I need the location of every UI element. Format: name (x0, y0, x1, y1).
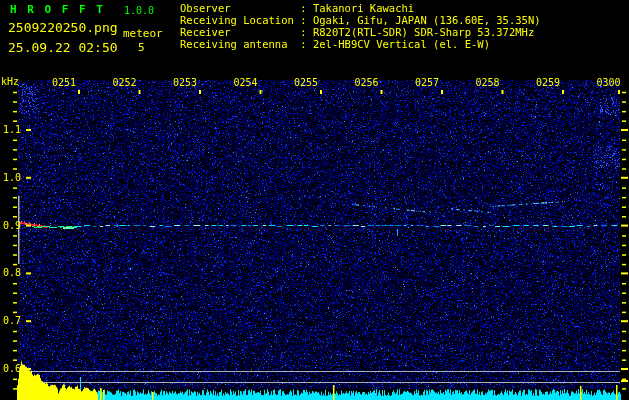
station-row: Receiver : R820T2(RTL-SDR) SDR-Sharp 53.… (180, 26, 541, 38)
time-tick-label: 0251 (52, 77, 76, 88)
freq-tick-label: 0.7 (3, 315, 21, 326)
station-row: Observer : Takanori Kawachi (180, 2, 541, 14)
mode-label: meteor (123, 27, 163, 40)
station-info-block: Observer : Takanori KawachiReceiving Loc… (180, 2, 541, 50)
station-row-value: Ogaki, Gifu, JAPAN (136.60E, 35.35N) (313, 14, 541, 26)
time-tick-label: 0257 (415, 77, 439, 88)
time-tick-label: 0254 (234, 77, 258, 88)
freq-tick-label: 0.9 (3, 220, 21, 231)
freq-axis-unit-label: kHz (1, 76, 19, 87)
echo-count: 5 (138, 41, 145, 54)
station-row-separator: : (294, 14, 313, 26)
station-row-label: Receiving Location (180, 14, 294, 26)
app-title: H R O F F T (10, 3, 105, 16)
spectrogram-canvas (0, 0, 629, 400)
station-row-label: Receiver (180, 26, 294, 38)
session-datetime: 25.09.22 02:50 (8, 40, 118, 55)
time-tick-label: 0252 (113, 77, 137, 88)
station-row-value: Takanori Kawachi (313, 2, 414, 14)
freq-tick-label: 0.8 (3, 267, 21, 278)
time-tick-label: 0255 (294, 77, 318, 88)
freq-tick-label: 1.1 (3, 124, 21, 135)
station-row-value: 2el-HB9CV Vertical (el. E-W) (313, 38, 490, 50)
app-version: 1.0.0 (124, 5, 154, 16)
time-tick-label: 0259 (536, 77, 560, 88)
output-filename: 2509220250.png (8, 20, 118, 35)
station-row-value: R820T2(RTL-SDR) SDR-Sharp 53.372MHz (313, 26, 534, 38)
freq-tick-label: 1.0 (3, 172, 21, 183)
time-tick-label: 0253 (173, 77, 197, 88)
station-row-separator: : (294, 26, 313, 38)
hrofft-window: H R O F F T 1.0.0 2509220250.png meteor … (0, 0, 629, 400)
station-row-label: Observer (180, 2, 294, 14)
station-row-separator: : (294, 38, 313, 50)
time-tick-label: 0300 (597, 77, 621, 88)
station-row-separator: : (294, 2, 313, 14)
station-row-label: Receiving antenna (180, 38, 294, 50)
station-row: Receiving Location : Ogaki, Gifu, JAPAN … (180, 14, 541, 26)
station-row: Receiving antenna : 2el-HB9CV Vertical (… (180, 38, 541, 50)
time-tick-label: 0256 (355, 77, 379, 88)
freq-tick-label: 0.6 (3, 363, 21, 374)
time-tick-label: 0258 (476, 77, 500, 88)
